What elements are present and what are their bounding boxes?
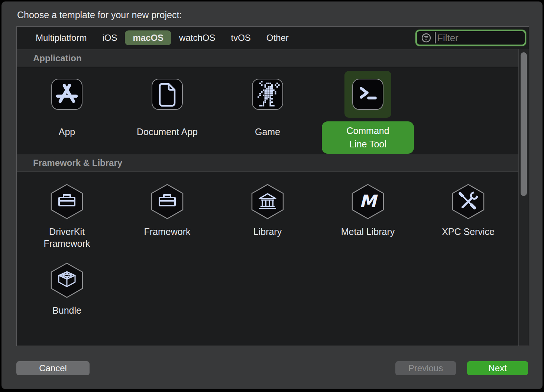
section-header-application: Application bbox=[17, 49, 529, 67]
selected-template-label-pill: Command Line Tool bbox=[322, 121, 414, 154]
metal-hexagon-icon: M bbox=[351, 183, 385, 220]
template-metal-library[interactable]: M Metal Library bbox=[318, 172, 418, 249]
tab-other[interactable]: Other bbox=[259, 30, 297, 46]
svg-text:M: M bbox=[359, 191, 378, 211]
template-label: Document App bbox=[137, 126, 198, 138]
filter-placeholder: Filter bbox=[437, 32, 459, 44]
template-chooser-panel: Multiplatform iOS macOS watchOS tvOS Oth… bbox=[16, 26, 529, 346]
application-grid: App bbox=[17, 67, 529, 154]
template-label: Command Line Tool bbox=[338, 124, 398, 151]
template-xpc-service[interactable]: XPC Service bbox=[418, 172, 518, 249]
template-driverkit-framework[interactable]: DriverKit Framework bbox=[17, 172, 117, 249]
tab-macos[interactable]: macOS bbox=[125, 30, 171, 46]
filter-input[interactable]: Filter bbox=[415, 30, 526, 46]
template-label: Framework bbox=[144, 226, 190, 238]
template-label: Library bbox=[253, 226, 282, 238]
template-label: Bundle bbox=[52, 304, 81, 316]
framework-grid: DriverKit Framework bbox=[17, 172, 529, 316]
platform-tabbar: Multiplatform iOS macOS watchOS tvOS Oth… bbox=[17, 27, 529, 49]
terminal-icon bbox=[352, 79, 383, 110]
tools-hexagon-icon bbox=[451, 183, 485, 220]
tab-tvos[interactable]: tvOS bbox=[223, 30, 258, 46]
bank-hexagon-icon bbox=[251, 183, 284, 220]
template-label: DriverKit Framework bbox=[32, 226, 102, 249]
section-header-framework-library: Framework & Library bbox=[17, 154, 529, 172]
cancel-button[interactable]: Cancel bbox=[16, 361, 90, 375]
tab-ios[interactable]: iOS bbox=[94, 30, 125, 46]
template-label: Metal Library bbox=[341, 226, 395, 238]
toolbox-hexagon-icon bbox=[150, 183, 184, 220]
previous-button[interactable]: Previous bbox=[395, 361, 456, 375]
tab-watchos[interactable]: watchOS bbox=[171, 30, 223, 46]
text-cursor bbox=[435, 32, 435, 43]
template-document-app[interactable]: Document App bbox=[117, 67, 217, 154]
document-icon bbox=[152, 79, 183, 110]
scrollbar-track bbox=[518, 49, 529, 346]
template-app[interactable]: App bbox=[17, 67, 117, 154]
template-game[interactable]: Game bbox=[217, 67, 318, 154]
template-library[interactable]: Library bbox=[217, 172, 318, 249]
template-list: Application bbox=[17, 49, 529, 346]
scrollbar-thumb[interactable] bbox=[521, 52, 527, 196]
app-store-icon bbox=[51, 79, 82, 110]
template-label: XPC Service bbox=[442, 226, 495, 238]
template-bundle[interactable]: Bundle bbox=[17, 249, 117, 316]
tab-multiplatform[interactable]: Multiplatform bbox=[28, 30, 94, 46]
dialog-title: Choose a template for your new project: bbox=[17, 10, 182, 20]
new-project-dialog: Choose a template for your new project: … bbox=[1, 1, 543, 389]
toolbox-hexagon-icon bbox=[50, 183, 84, 220]
template-command-line-tool[interactable]: Command Line Tool bbox=[318, 67, 418, 154]
next-button[interactable]: Next bbox=[467, 361, 528, 375]
game-sprite-icon bbox=[252, 79, 283, 110]
filter-circle-icon bbox=[421, 32, 432, 43]
lego-hexagon-icon bbox=[50, 262, 84, 298]
empty-cell bbox=[418, 67, 518, 154]
selected-template-highlight bbox=[344, 71, 391, 118]
template-label: App bbox=[59, 126, 75, 138]
template-framework[interactable]: Framework bbox=[117, 172, 217, 249]
template-label: Game bbox=[255, 126, 280, 138]
